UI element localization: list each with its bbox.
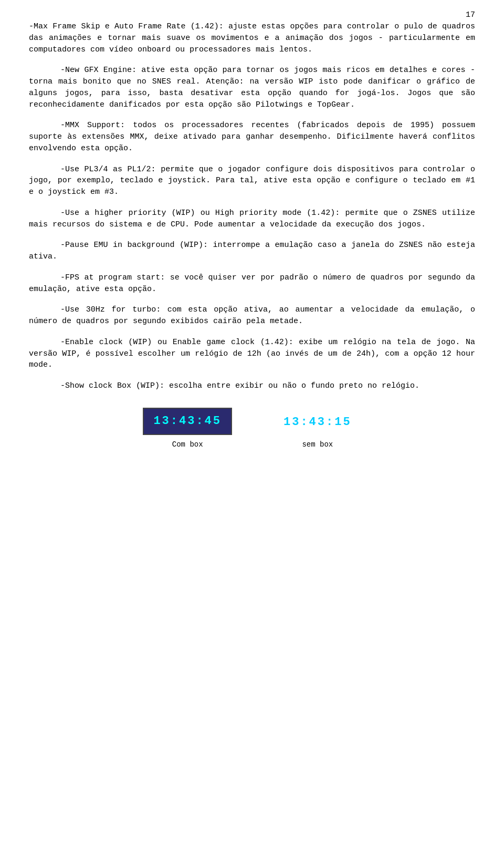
paragraph-1: -Max Frame Skip e Auto Frame Rate (1.42)… (29, 21, 475, 55)
paragraph-4-text: -Use PL3/4 as PL1/2: permite que o jogad… (29, 165, 475, 197)
clock-without-box-item: 13:43:15 sem box (274, 410, 361, 450)
paragraph-2: -New GFX Engine: ative esta opção para t… (29, 65, 475, 110)
clock-with-box-label: Com box (172, 439, 203, 450)
paragraph-7-text: -FPS at program start: se você quiser ve… (29, 273, 475, 294)
clock-with-box-display: 13:43:45 (143, 408, 232, 435)
paragraph-6: -Pause EMU in background (WIP): interrom… (29, 240, 475, 263)
paragraph-10-text: -Show clock Box (WIP): escolha entre exi… (60, 381, 419, 390)
clock-without-box-label: sem box (302, 439, 333, 450)
page: 17 -Max Frame Skip e Auto Frame Rate (1.… (0, 0, 504, 859)
paragraph-10: -Show clock Box (WIP): escolha entre exi… (29, 380, 475, 392)
page-number: 17 (466, 9, 475, 21)
paragraph-8-text: -Use 30Hz for turbo: com esta opção ativ… (29, 305, 475, 326)
clock-with-box-item: 13:43:45 Com box (143, 408, 232, 450)
paragraph-4: -Use PL3/4 as PL1/2: permite que o jogad… (29, 164, 475, 198)
content: -Max Frame Skip e Auto Frame Rate (1.42)… (29, 21, 475, 450)
paragraph-2-text: -New GFX Engine: ative esta opção para t… (29, 66, 475, 109)
paragraph-8: -Use 30Hz for turbo: com esta opção ativ… (29, 304, 475, 327)
paragraph-1-text: -Max Frame Skip e Auto Frame Rate (1.42)… (29, 22, 475, 54)
paragraph-5: -Use a higher priority (WIP) ou High pri… (29, 208, 475, 231)
paragraph-3-text: -MMX Support: todos os processadores rec… (29, 121, 475, 153)
paragraph-6-text: -Pause EMU in background (WIP): interrom… (29, 241, 475, 261)
paragraph-9-text: -Enable clock (WIP) ou Enable game clock… (29, 338, 475, 370)
paragraph-3: -MMX Support: todos os processadores rec… (29, 120, 475, 154)
paragraph-9: -Enable clock (WIP) ou Enable game clock… (29, 337, 475, 371)
paragraph-5-text: -Use a higher priority (WIP) ou High pri… (29, 209, 475, 229)
clock-without-box-display: 13:43:15 (274, 410, 361, 435)
clock-images-section: 13:43:45 Com box 13:43:15 sem box (29, 408, 475, 450)
paragraph-7: -FPS at program start: se você quiser ve… (29, 272, 475, 295)
